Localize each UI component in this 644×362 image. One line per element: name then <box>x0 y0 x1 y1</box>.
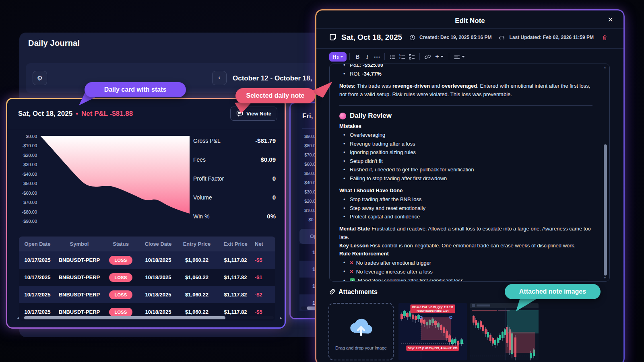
dropzone-label: Drag and drop your image <box>335 346 387 350</box>
daily-review-heading: Daily Review <box>339 112 592 120</box>
heading-select[interactable]: H3 <box>329 52 347 62</box>
chevron-down-icon <box>462 56 465 58</box>
paperclip-icon <box>328 289 335 296</box>
table-row[interactable]: 10/17/2025 BNBUSDT-PERP LOSS 10/18/2025 … <box>19 251 275 269</box>
list-item: ✓Mandatory cooldown after first signific… <box>339 276 592 282</box>
note-meta-row: Sat, Oct 18, 2025 Created: Dec 19, 2025 … <box>329 33 608 42</box>
svg-text:2.: 2. <box>399 57 401 60</box>
status-badge: LOSS <box>109 256 132 265</box>
status-badge: LOSS <box>109 308 132 317</box>
link-button[interactable] <box>423 52 432 62</box>
scroll-left-icon[interactable]: ◀ <box>17 317 19 320</box>
scroll-up-icon[interactable]: ▲ <box>603 66 607 69</box>
mental-state-line: Mental State Frustrated and reactive. Al… <box>339 224 592 241</box>
list-item: Overleveraging <box>339 131 592 140</box>
screen: Daily Journal ⚙ ‹ October 12 - October 1… <box>0 0 644 362</box>
trash-icon[interactable] <box>602 34 608 41</box>
edit-note-modal: Edit Note × Sat, Oct 18, 2025 Created: D… <box>315 9 625 362</box>
clock-icon <box>409 35 415 41</box>
cloud-upload-icon <box>346 313 376 339</box>
should-have-done-heading: What I Should Have Done <box>339 187 592 193</box>
status-badge: LOSS <box>109 273 132 282</box>
updated-label: Last Updated: Feb 02, 2026 11:59 PM <box>509 35 593 40</box>
list-item: Setup didn't fit <box>339 157 592 166</box>
key-lesson-line: Key Lesson Risk control is non-negotiabl… <box>339 241 592 250</box>
list-item: P&L: -$525.00 <box>339 64 592 70</box>
flower-icon <box>339 113 346 119</box>
note-editor[interactable]: P&L: -$525.00 ROI: -34.77% Notes: This t… <box>329 64 610 282</box>
note-editor-content: P&L: -$525.00 ROI: -34.77% Notes: This t… <box>339 64 592 282</box>
image-dropzone[interactable]: Drag and drop your image <box>328 303 394 360</box>
notes-paragraph: Notes: This trade was revenge-driven and… <box>339 82 592 99</box>
dot-separator: • <box>76 110 78 118</box>
day-card-header: Sat, Oct 18, 2025 • Net P&L -$81.88 <box>18 110 133 118</box>
modal-title: Edit Note <box>316 17 623 25</box>
svg-text:1.: 1. <box>399 54 401 56</box>
table-row[interactable]: 10/17/2025 BNBUSDT-PERP LOSS 10/18/2025 … <box>19 269 275 286</box>
callout-selected-note: Selected daily note <box>235 88 315 103</box>
editor-vscrollbar[interactable]: ▲ ▼ <box>603 66 608 280</box>
day-card-title: Sat, Oct 18, 2025 <box>18 110 72 118</box>
divider <box>316 48 623 49</box>
trades-table-header-row: Open Date Symbol Status Close Date Entry… <box>19 237 275 251</box>
net-pnl-label: Net P&L -$81.88 <box>81 110 133 118</box>
chevron-down-icon <box>440 56 444 58</box>
list-item: ROI: -34.77% <box>339 70 592 78</box>
check-icon: ✓ <box>350 278 355 282</box>
insert-button[interactable]: + <box>432 52 446 62</box>
x-mark-icon: × <box>350 259 353 266</box>
list-item: Rushed it, i needed to get the pullback … <box>339 165 592 174</box>
selected-day-card[interactable]: Sat, Oct 18, 2025 • Net P&L -$81.88 View… <box>6 98 286 329</box>
divider <box>339 105 592 106</box>
editor-toolbar: H3 B I ⋯ 1.2. <box>329 52 466 62</box>
mistakes-heading: Mistakes <box>339 123 592 129</box>
attachment-thumbnail-trade-chart[interactable]: Closed P&L: -2.25, Qty: 111.111 Risk/Rew… <box>398 303 467 360</box>
ordered-list-button[interactable]: 1.2. <box>397 52 407 62</box>
table-row[interactable]: 10/17/2025 BNBUSDT-PERP LOSS 10/18/2025 … <box>19 286 275 303</box>
view-note-label: View Note <box>246 111 271 117</box>
x-mark-icon: × <box>350 268 353 275</box>
note-date: Sat, Oct 18, 2025 <box>341 33 402 42</box>
divider <box>316 28 623 29</box>
week-prev-button[interactable]: ‹ <box>212 71 227 85</box>
daily-pnl-area-chart <box>40 136 190 221</box>
attachments-heading: Attachments <box>328 288 378 296</box>
align-button[interactable] <box>452 52 466 62</box>
week-range-label: October 12 - October 18, <box>233 74 312 82</box>
note-icon <box>329 33 337 41</box>
scroll-right-icon[interactable]: ▶ <box>280 317 282 320</box>
list-item: Protect capital and confidence <box>339 212 592 221</box>
callout-daily-card: Daily card with stats <box>85 82 186 97</box>
list-item: Step away and reset emotionally <box>339 204 592 213</box>
rule-reinforcement-heading: Rule Reinforcement <box>339 251 592 257</box>
list-item: Stop trading after the BNB loss <box>339 195 592 204</box>
list-item: Revenge trading after a loss <box>339 140 592 148</box>
table-hscrollbar-thumb[interactable] <box>24 316 225 319</box>
gear-icon: ⚙ <box>37 74 43 82</box>
divider <box>7 129 285 129</box>
cloud-icon <box>499 35 505 41</box>
candlestick-chart <box>470 303 539 360</box>
trade-pnl-label: Closed P&L: -2.25, Qty: 111.111 Risk/Rew… <box>410 304 455 313</box>
page-title: Daily Journal <box>28 39 80 48</box>
attachment-thumbnail-tradingview[interactable] <box>470 303 539 360</box>
scroll-down-icon[interactable]: ▼ <box>603 276 607 280</box>
bullet-list-button[interactable] <box>388 52 397 62</box>
chevron-down-icon <box>340 56 343 58</box>
italic-button[interactable]: I <box>362 52 372 62</box>
bold-button[interactable]: B <box>353 52 362 62</box>
editor-vscrollbar-thumb[interactable] <box>604 144 607 276</box>
list-item: Failing to stop trading after first draw… <box>339 174 592 183</box>
created-label: Created: Dec 19, 2025 05:16 PM <box>419 35 491 40</box>
trade-stop-label: Stop: 2.25 (1.613%) 225, Amount: 750 <box>406 346 459 351</box>
journal-settings-button[interactable]: ⚙ <box>33 71 47 85</box>
view-note-button[interactable]: View Note <box>230 107 277 121</box>
task-list-button[interactable] <box>407 52 417 62</box>
table-hscrollbar[interactable] <box>21 316 274 319</box>
list-item: ×No leverage increase after a loss <box>339 267 592 276</box>
list-item: Ignoring position sizing rules <box>339 148 592 157</box>
list-item: ×No trades after emotional trigger <box>339 258 592 267</box>
trades-table: Open Date Symbol Status Close Date Entry… <box>19 237 275 321</box>
more-formats-button[interactable]: ⋯ <box>372 52 382 62</box>
close-icon[interactable]: × <box>608 14 613 25</box>
